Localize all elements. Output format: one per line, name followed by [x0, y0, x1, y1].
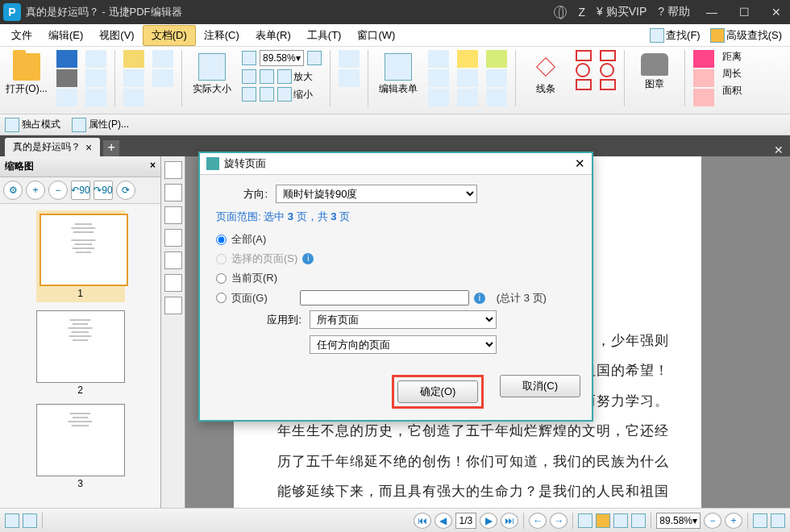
zoom-in-button[interactable]: 放大 — [277, 69, 313, 84]
shape3-icon[interactable] — [693, 89, 714, 106]
minimize-button[interactable]: — — [701, 6, 722, 19]
radio-pages-input[interactable] — [216, 293, 227, 303]
shape-icon-2[interactable] — [600, 63, 614, 77]
user-label[interactable]: Z — [578, 6, 585, 19]
text-select-icon[interactable] — [123, 89, 144, 106]
thumbnails-list[interactable]: ▄▄▄▄▄▄▄▄▄▄▄▄▄▄▄▄▄▄▄▄▄▄▄▄▄▄▄▄▄▄▄▄▄▄▄▄▄▄▄▄… — [0, 204, 160, 508]
thumb-tool-1[interactable]: ⚙ — [3, 181, 23, 200]
actual-size-button[interactable]: 实际大小 — [190, 50, 234, 110]
thumbnail-3[interactable]: ▄▄▄▄▄▄▄▄▄▄▄▄▄▄▄▄▄▄▄▄▄▄▄▄▄▄▄▄▄▄▄▄▄▄▄▄▄▄▄▄… — [36, 404, 125, 489]
highlight-icon[interactable] — [457, 50, 478, 68]
properties-button[interactable]: 属性(P)... — [72, 118, 129, 132]
radio-all[interactable]: 全部(A) — [216, 232, 576, 247]
thumb-rotate-l[interactable]: ↶90 — [71, 181, 90, 200]
menu-tool[interactable]: 工具(T) — [299, 26, 350, 45]
fit-icon-3[interactable] — [260, 69, 274, 84]
zoom-in-icon[interactable] — [307, 51, 322, 65]
menu-document[interactable]: 文档(D) — [143, 25, 196, 46]
edit-icon-3[interactable] — [428, 89, 449, 106]
pages-input[interactable] — [300, 290, 469, 305]
side-icon-7[interactable] — [164, 297, 182, 314]
close-button[interactable]: ✕ — [766, 6, 787, 19]
direction-select[interactable]: 顺时针旋转90度 — [276, 185, 477, 203]
rotate-l-icon[interactable] — [339, 50, 360, 68]
eraser-icon[interactable] — [693, 50, 714, 68]
zoom-combo[interactable]: 89.58% ▾ — [260, 50, 304, 66]
maximize-button[interactable]: ☐ — [734, 6, 755, 19]
strike-icon[interactable] — [457, 69, 478, 87]
underline-icon[interactable] — [457, 89, 478, 106]
fit-icon-4[interactable] — [242, 87, 256, 102]
layout-icon-2[interactable] — [596, 513, 610, 528]
status-gear-icon[interactable] — [5, 513, 19, 528]
rect-icon[interactable] — [576, 50, 592, 61]
radio-all-input[interactable] — [216, 235, 227, 245]
panel-close-button[interactable]: ✕ — [767, 143, 790, 156]
zoom-out-button[interactable]: 缩小 — [277, 87, 313, 102]
note-icon[interactable] — [486, 50, 507, 68]
layout-icon-4[interactable] — [631, 513, 646, 528]
globe-icon[interactable] — [554, 6, 567, 19]
menu-file[interactable]: 文件 — [3, 26, 40, 45]
vip-button[interactable]: ¥ 购买VIP — [597, 5, 647, 19]
radio-current[interactable]: 当前页(R) — [216, 271, 576, 285]
status-icon-end1[interactable] — [753, 513, 767, 528]
zoom-out-status[interactable]: − — [704, 513, 721, 529]
open-button[interactable]: 打开(O)... — [5, 50, 48, 110]
status-zoom-combo[interactable]: 89.58% ▾ — [656, 513, 701, 529]
side-icon-1[interactable] — [164, 161, 182, 179]
thumb-refresh[interactable]: ⟳ — [116, 181, 135, 200]
side-icon-4[interactable] — [164, 229, 182, 247]
adv-find-button[interactable]: 高级查找(S) — [705, 28, 787, 43]
edit-icon-2[interactable] — [428, 69, 449, 87]
perimeter-button[interactable]: 周长 — [722, 67, 742, 81]
tool-icon-1[interactable] — [85, 89, 106, 106]
find-button[interactable]: 查找(F) — [645, 28, 705, 43]
cancel-button[interactable]: 取消(C) — [500, 375, 580, 397]
side-icon-3[interactable] — [164, 206, 182, 224]
first-page-button[interactable]: ⏮ — [414, 513, 431, 529]
thumbnail-2[interactable]: ▄▄▄▄▄▄▄▄▄▄▄▄▄▄▄▄▄▄▄▄▄▄▄▄▄▄▄▄▄▄▄▄▄▄▄▄▄▄▄▄… — [36, 310, 125, 396]
sidebar-close-icon[interactable]: × — [150, 160, 156, 173]
thumb-rotate-r[interactable]: ↷90 — [94, 181, 113, 200]
area-button[interactable]: 面积 — [722, 84, 742, 98]
help-button[interactable]: ? 帮助 — [658, 5, 690, 19]
circle-icon[interactable] — [576, 63, 590, 77]
ok-button[interactable]: 确定(O) — [397, 380, 478, 403]
shape2-icon[interactable] — [693, 69, 714, 87]
prev-page-button[interactable]: ◀ — [434, 513, 452, 529]
last-page-button[interactable]: ⏭ — [501, 513, 518, 529]
sound-icon[interactable] — [486, 89, 507, 106]
shape-icon-1[interactable] — [600, 50, 616, 61]
document-tab[interactable]: 真的是好运吗？ × — [5, 138, 100, 156]
pages-info-icon[interactable]: i — [474, 293, 485, 304]
thumbnail-1[interactable]: ▄▄▄▄▄▄▄▄▄▄▄▄▄▄▄▄▄▄▄▄▄▄▄▄▄▄▄▄▄▄▄▄▄▄▄▄▄▄▄▄… — [36, 210, 125, 302]
undo-icon[interactable] — [85, 50, 106, 68]
menu-edit[interactable]: 编辑(E) — [40, 26, 91, 45]
info-icon[interactable]: i — [302, 253, 314, 264]
side-icon-5[interactable] — [164, 251, 182, 269]
attach-icon[interactable] — [486, 69, 507, 87]
status-icon-2[interactable] — [23, 513, 37, 528]
mail-icon[interactable] — [56, 89, 77, 106]
fit-icon-2[interactable] — [242, 69, 256, 84]
tool-icon-2[interactable] — [152, 69, 173, 87]
page-input[interactable]: 1 / 3 — [455, 513, 477, 529]
apply-to-select[interactable]: 所有页面 — [310, 310, 497, 329]
distance-button[interactable]: 距离 — [722, 50, 742, 64]
next-page-button[interactable]: ▶ — [480, 513, 497, 529]
menu-comment[interactable]: 注释(C) — [196, 26, 247, 45]
fit-icon-1[interactable] — [242, 51, 256, 65]
dialog-close-button[interactable]: ✕ — [575, 156, 585, 171]
thumb-zoom-out[interactable]: − — [48, 181, 68, 200]
edit-icon-1[interactable] — [428, 50, 449, 68]
side-icon-2[interactable] — [164, 184, 182, 202]
hand-icon[interactable] — [123, 50, 144, 68]
menu-view[interactable]: 视图(V) — [91, 26, 142, 45]
zoom-in-status[interactable]: + — [725, 513, 742, 529]
shape-icon-3[interactable] — [600, 79, 616, 90]
save-icon[interactable] — [56, 50, 77, 68]
edit-form-button[interactable]: 编辑表单 — [376, 50, 420, 110]
lines-button[interactable]: 线条 — [524, 50, 568, 110]
layout-icon-3[interactable] — [613, 513, 628, 528]
